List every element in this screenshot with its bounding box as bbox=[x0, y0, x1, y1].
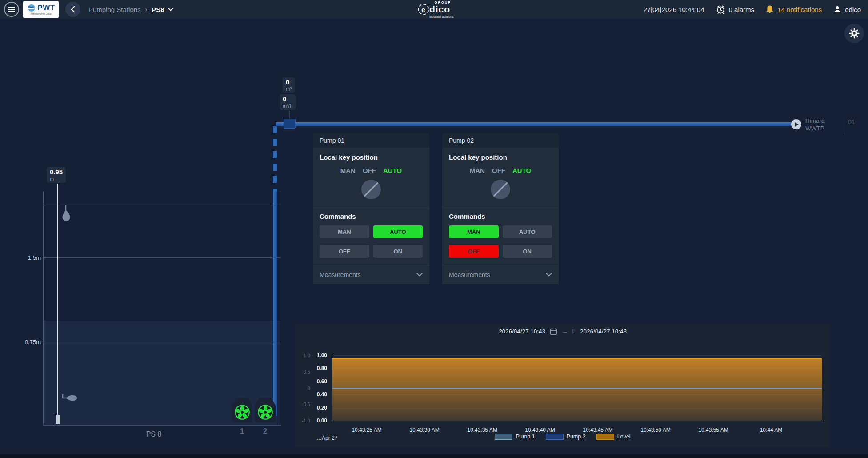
float-switch-high-icon bbox=[60, 205, 71, 226]
legend-label-pump-2: Pump 2 bbox=[567, 434, 586, 440]
user-menu[interactable]: edico bbox=[833, 5, 861, 13]
local-key-title: Local key position bbox=[320, 153, 423, 161]
flow-totalizer-unit: m³ bbox=[286, 86, 292, 92]
pump-01-man-button[interactable]: MAN bbox=[320, 225, 369, 238]
station-dropdown-caret[interactable] bbox=[168, 8, 173, 11]
x-axis-tick: 10:43:45 AM bbox=[573, 427, 622, 433]
breadcrumb-current-ps8[interactable]: PS8 bbox=[152, 6, 164, 13]
destination-label: Himara WWTP bbox=[805, 117, 825, 132]
hamburger-menu-icon[interactable] bbox=[4, 2, 19, 17]
trend-panel: 2026/04/27 10:43 → L 2026/04/27 10:43 …A… bbox=[295, 324, 830, 448]
pump-1-number: 1 bbox=[232, 427, 252, 436]
pump-02-card-title: Pump 02 bbox=[442, 133, 559, 148]
level-sensor-badge: 0.95 m bbox=[47, 167, 66, 183]
destination-code: 01 bbox=[848, 118, 855, 125]
edico-logo: e GROUP dico Industrial Solutions bbox=[418, 2, 450, 17]
chart-legend: Pump 1 Pump 2 Level bbox=[295, 434, 830, 440]
destination-link-button[interactable] bbox=[791, 119, 801, 129]
scada-app: PWT A Member of the Group Pumping Statio… bbox=[0, 0, 868, 454]
commands-title: Commands bbox=[449, 213, 552, 220]
level-series-area bbox=[332, 358, 822, 421]
tank-level-line-upper bbox=[43, 257, 280, 258]
notifications-indicator[interactable]: 14 notifications bbox=[766, 5, 822, 14]
key-position-off: OFF bbox=[492, 167, 505, 174]
pump-01-card-title: Pump 01 bbox=[313, 133, 429, 148]
main-canvas: 0 m³ 0 m³/h Himara WWTP 01 1.5m 0.75m 0 bbox=[0, 19, 868, 451]
x-axis-tick: 10:44 AM bbox=[747, 427, 796, 433]
username-label: edico bbox=[845, 6, 861, 13]
measurements-label: Measurements bbox=[320, 271, 361, 278]
breadcrumb-separator: › bbox=[145, 6, 148, 13]
tank-bottom-line bbox=[43, 425, 281, 426]
pump-axis-tick: 0 bbox=[295, 386, 310, 391]
notifications-label: 14 notifications bbox=[777, 6, 822, 13]
pump-axis-tick: -1.0 bbox=[295, 418, 310, 423]
flow-rate-value: 0 bbox=[283, 96, 292, 103]
key-switch-knob-icon bbox=[361, 180, 381, 199]
level-axis-tick: 0.80 bbox=[311, 365, 327, 371]
pump-02-off-button[interactable]: OFF bbox=[449, 245, 499, 258]
x-axis-tick: 10:43:35 AM bbox=[458, 427, 507, 433]
level-line-label-lower: 0.75m bbox=[13, 339, 41, 346]
level-line-label-upper: 1.5m bbox=[13, 254, 41, 261]
x-axis-tick: 10:43:55 AM bbox=[689, 427, 738, 433]
pump-1-symbol[interactable] bbox=[232, 398, 252, 422]
alarm-clock-icon bbox=[716, 5, 725, 14]
pump-02-local-key-section: Local key position MAN OFF AUTO bbox=[442, 148, 559, 207]
chart-x-axis-line bbox=[332, 421, 823, 421]
breadcrumb-pumping-stations[interactable]: Pumping Stations bbox=[88, 6, 141, 13]
legend-pump-1[interactable]: Pump 1 bbox=[495, 434, 535, 440]
key-position-auto: AUTO bbox=[512, 167, 531, 174]
tank-level-line-lower bbox=[43, 342, 280, 342]
level-sensor-probe bbox=[56, 415, 60, 424]
pump-01-off-button[interactable]: OFF bbox=[320, 245, 369, 258]
level-axis-tick: 0.20 bbox=[311, 405, 327, 411]
pwt-wave-icon bbox=[27, 4, 36, 12]
pwt-logo-subtitle: A Member of the Group bbox=[31, 13, 52, 15]
station-label: PS 8 bbox=[132, 430, 176, 438]
flow-rate-unit: m³/h bbox=[283, 103, 292, 108]
level-axis-tick: 0.40 bbox=[311, 391, 327, 398]
flow-totalizer-value: 0 bbox=[286, 79, 292, 86]
key-position-man: MAN bbox=[470, 167, 485, 174]
alarms-label: 0 alarms bbox=[729, 6, 755, 13]
pump-02-man-button[interactable]: MAN bbox=[449, 225, 499, 238]
edico-tagline: Industrial Solutions bbox=[429, 15, 453, 18]
trend-plot: …Apr 27 Pump 1 Pump 2 Level 1.00.50 bbox=[295, 324, 830, 448]
user-icon bbox=[833, 5, 841, 13]
legend-pump-2[interactable]: Pump 2 bbox=[546, 434, 586, 440]
alarms-indicator[interactable]: 0 alarms bbox=[716, 5, 755, 14]
local-key-title: Local key position bbox=[449, 153, 552, 161]
pump-2-symbol[interactable] bbox=[255, 398, 276, 422]
back-button[interactable] bbox=[65, 2, 80, 17]
pump-01-measurements-toggle[interactable]: Measurements bbox=[313, 265, 429, 284]
pump-2-impeller-icon bbox=[257, 404, 274, 421]
pump-02-measurements-toggle[interactable]: Measurements bbox=[442, 265, 559, 284]
destination-divider bbox=[844, 117, 844, 134]
level-axis-tick: 1.00 bbox=[311, 352, 327, 358]
legend-level[interactable]: Level bbox=[596, 434, 631, 440]
pump-axis-tick: 0.5 bbox=[295, 369, 310, 374]
chevron-left-icon bbox=[71, 6, 75, 13]
pump-02-on-button[interactable]: ON bbox=[503, 245, 552, 258]
key-position-off: OFF bbox=[363, 167, 376, 174]
edico-group-label: GROUP bbox=[435, 0, 452, 4]
legend-swatch-pump-1 bbox=[495, 434, 512, 440]
level-axis-tick: 0.00 bbox=[311, 418, 327, 424]
x-axis-tick: 10:43:30 AM bbox=[400, 427, 449, 433]
chart-gridline bbox=[332, 355, 822, 356]
top-bar: PWT A Member of the Group Pumping Statio… bbox=[0, 0, 868, 19]
pump-01-on-button[interactable]: ON bbox=[373, 245, 423, 258]
tank-wall-right bbox=[280, 191, 280, 426]
pwt-logo: PWT A Member of the Group bbox=[23, 1, 59, 18]
commands-title: Commands bbox=[320, 213, 423, 220]
chart-y-axis-line bbox=[332, 355, 332, 421]
breadcrumb: Pumping Stations › PS8 bbox=[88, 6, 173, 13]
pump-02-auto-button[interactable]: AUTO bbox=[503, 225, 552, 238]
settings-button[interactable] bbox=[844, 24, 864, 43]
pump-1-impeller-icon bbox=[234, 404, 251, 421]
legend-swatch-pump-2 bbox=[546, 434, 564, 440]
destination-line2: WWTP bbox=[805, 125, 825, 132]
discharge-pipe-dashed bbox=[273, 126, 277, 192]
pump-01-auto-button[interactable]: AUTO bbox=[373, 225, 423, 238]
